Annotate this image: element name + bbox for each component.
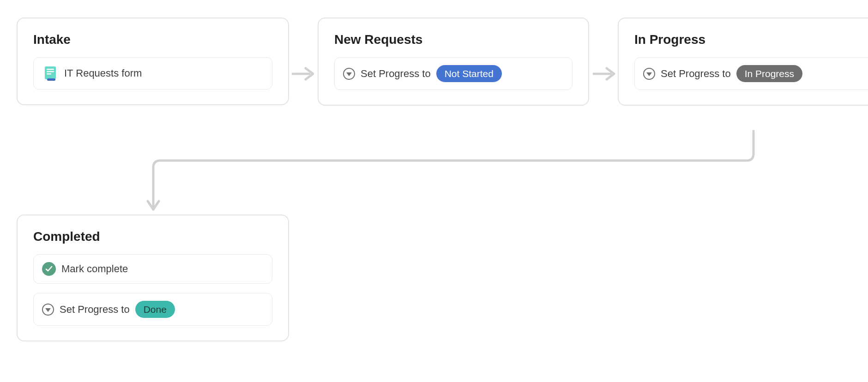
dropdown-trigger-icon[interactable] [42,304,54,316]
stage-in-progress[interactable]: In Progress Set Progress to In Progress [618,18,868,106]
in-progress-action-card[interactable]: Set Progress to In Progress [634,57,868,90]
stage-completed[interactable]: Completed Mark complete Set Progress to … [17,215,289,341]
svg-rect-0 [45,66,56,79]
action-prefix-label: Set Progress to [361,68,431,80]
mark-complete-label: Mark complete [61,263,128,275]
intake-form-label: IT Requests form [64,67,142,79]
status-pill-not-started[interactable]: Not Started [436,65,502,82]
stage-title-in-progress: In Progress [634,32,868,47]
stage-title-intake: Intake [33,32,272,47]
status-pill-in-progress[interactable]: In Progress [736,65,802,82]
stage-intake[interactable]: Intake IT Requests form [17,18,289,105]
dropdown-trigger-icon[interactable] [643,68,655,80]
action-prefix-label: Set Progress to [60,304,130,316]
stage-title-completed: Completed [33,229,272,244]
new-requests-action-card[interactable]: Set Progress to Not Started [334,57,573,90]
svg-rect-3 [47,73,51,75]
intake-form-card[interactable]: IT Requests form [33,57,272,90]
dropdown-trigger-icon[interactable] [343,68,355,80]
action-prefix-label: Set Progress to [661,68,731,80]
completed-mark-complete-card[interactable]: Mark complete [33,254,272,284]
svg-rect-2 [47,71,54,72]
arrow-intake-to-new [291,65,316,83]
svg-rect-4 [47,78,55,81]
arrow-new-to-inprogress [592,65,617,83]
stage-title-new-requests: New Requests [334,32,573,47]
form-icon [42,65,59,82]
status-pill-done[interactable]: Done [135,301,175,318]
check-circle-icon [42,262,56,276]
svg-rect-1 [47,69,54,70]
stage-new-requests[interactable]: New Requests Set Progress to Not Started [318,18,589,106]
completed-action-card[interactable]: Set Progress to Done [33,293,272,326]
arrow-inprogress-to-completed [139,128,766,216]
